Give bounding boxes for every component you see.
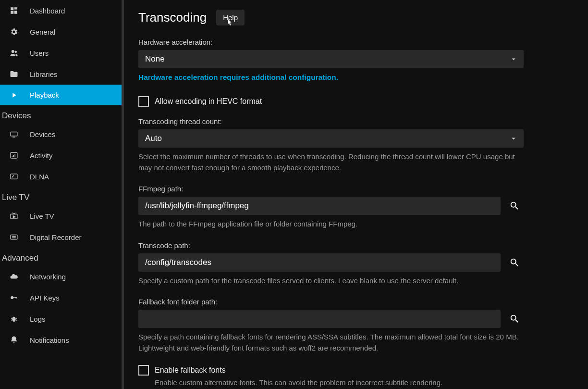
sidebar-header-livetv: Live TV xyxy=(0,187,124,205)
livetv-icon xyxy=(9,212,19,220)
sidebar: Dashboard General Users Libraries Playba… xyxy=(0,0,125,389)
page-header: Transcoding Help xyxy=(138,10,575,25)
activity-icon xyxy=(9,151,19,160)
fallback-font-browse-button[interactable] xyxy=(505,310,524,328)
sidebar-item-networking[interactable]: Networking xyxy=(0,266,124,287)
devices-icon xyxy=(9,130,19,138)
svg-line-21 xyxy=(11,320,12,320)
svg-rect-4 xyxy=(14,11,17,14)
sidebar-item-libraries[interactable]: Libraries xyxy=(0,63,124,85)
fallback-font-label: Fallback font folder path: xyxy=(138,298,524,306)
svg-rect-3 xyxy=(11,11,13,14)
svg-point-18 xyxy=(12,317,16,322)
hevc-checkbox[interactable] xyxy=(138,96,149,107)
hardware-accel-label: Hardware acceleration: xyxy=(138,38,524,46)
sidebar-item-general[interactable]: General xyxy=(0,21,124,42)
svg-rect-10 xyxy=(11,174,17,179)
hardware-accel-link[interactable]: Hardware acceleration requires additiona… xyxy=(138,73,524,82)
recorder-icon xyxy=(9,233,19,241)
sidebar-item-label: Users xyxy=(30,49,49,57)
sidebar-item-dashboard[interactable]: Dashboard xyxy=(0,0,124,21)
sidebar-item-notifications[interactable]: Notifications xyxy=(0,329,124,351)
help-button[interactable]: Help xyxy=(216,10,245,25)
thread-count-value: Auto xyxy=(145,134,162,143)
sidebar-item-label: DLNA xyxy=(30,173,49,181)
content-area: Transcoding Help Hardware acceleration: … xyxy=(125,0,588,389)
transcode-browse-button[interactable] xyxy=(505,253,524,272)
folder-icon xyxy=(9,70,19,78)
dashboard-icon xyxy=(9,6,19,15)
sidebar-header-advanced: Advanced xyxy=(0,248,124,266)
sidebar-item-label: Notifications xyxy=(30,336,69,344)
fallback-font-input[interactable] xyxy=(138,310,501,328)
hardware-accel-select[interactable]: None xyxy=(138,50,524,68)
svg-rect-2 xyxy=(14,10,17,11)
ffmpeg-path-field: FFmpeg path: The path to the FFmpeg appl… xyxy=(138,185,524,230)
ffmpeg-browse-button[interactable] xyxy=(505,197,524,215)
svg-line-20 xyxy=(16,318,17,319)
transcode-path-label: Transcode path: xyxy=(138,241,524,250)
sidebar-item-label: Activity xyxy=(30,151,53,160)
sidebar-item-livetv[interactable]: Live TV xyxy=(0,205,124,226)
transcode-path-input[interactable] xyxy=(138,253,501,272)
svg-point-5 xyxy=(12,50,14,53)
sidebar-item-activity[interactable]: Activity xyxy=(0,145,124,166)
enable-fallback-row: Enable fallback fonts xyxy=(138,365,575,376)
sidebar-item-label: General xyxy=(30,28,55,36)
dlna-icon xyxy=(9,172,19,181)
sidebar-item-label: Logs xyxy=(30,315,46,323)
ffmpeg-path-help: The path to the FFmpeg application file … xyxy=(138,219,524,230)
key-icon xyxy=(9,293,19,302)
sidebar-item-apikeys[interactable]: API Keys xyxy=(0,287,124,308)
sidebar-item-playback[interactable]: Playback xyxy=(0,85,124,105)
svg-point-15 xyxy=(11,296,13,299)
svg-rect-12 xyxy=(11,235,17,239)
svg-rect-1 xyxy=(14,7,17,9)
svg-line-22 xyxy=(16,320,17,320)
fallback-font-help: Specify a path containing fallback fonts… xyxy=(138,332,524,353)
thread-count-help: Select the maximum number of threads to … xyxy=(138,151,524,173)
play-icon xyxy=(9,91,19,99)
sidebar-item-label: Playback xyxy=(30,91,59,99)
sidebar-item-label: API Keys xyxy=(30,294,60,302)
thread-count-select[interactable]: Auto xyxy=(138,129,524,148)
gear-icon xyxy=(9,27,19,36)
thread-count-label: Transcoding thread count: xyxy=(138,117,524,125)
sidebar-item-label: Live TV xyxy=(30,212,54,220)
thread-count-field: Transcoding thread count: Auto Select th… xyxy=(138,117,524,173)
cloud-icon xyxy=(9,272,19,281)
search-icon xyxy=(509,201,520,211)
sidebar-item-users[interactable]: Users xyxy=(0,42,124,63)
sidebar-item-label: Libraries xyxy=(30,70,58,78)
sidebar-item-dlna[interactable]: DLNA xyxy=(0,166,124,187)
sidebar-header-devices: Devices xyxy=(0,105,124,124)
search-icon xyxy=(509,257,520,268)
help-button-label: Help xyxy=(223,13,238,22)
sidebar-item-label: Devices xyxy=(30,130,55,138)
hardware-accel-value: None xyxy=(145,54,165,63)
enable-fallback-checkbox[interactable] xyxy=(138,365,149,376)
svg-rect-0 xyxy=(11,7,13,10)
enable-fallback-help: Enable custom alternative fonts. This ca… xyxy=(155,378,575,387)
svg-rect-17 xyxy=(16,297,17,299)
svg-rect-16 xyxy=(13,297,17,298)
ffmpeg-path-label: FFmpeg path: xyxy=(138,185,524,193)
fallback-font-field: Fallback font folder path: Specify a pat… xyxy=(138,298,524,353)
transcode-path-field: Transcode path: Specify a custom path fo… xyxy=(138,241,524,287)
sidebar-item-label: Digital Recorder xyxy=(30,233,82,241)
sidebar-item-devices[interactable]: Devices xyxy=(0,124,124,145)
sidebar-item-label: Dashboard xyxy=(30,7,65,15)
page-title: Transcoding xyxy=(138,10,207,25)
sidebar-item-label: Networking xyxy=(30,273,66,281)
bug-icon xyxy=(9,314,19,323)
enable-fallback-label: Enable fallback fonts xyxy=(155,366,226,375)
users-icon xyxy=(9,49,19,57)
scrollbar[interactable] xyxy=(122,0,124,389)
svg-rect-7 xyxy=(11,132,17,136)
ffmpeg-path-input[interactable] xyxy=(138,197,501,215)
hevc-checkbox-row: Allow encoding in HEVC format xyxy=(138,96,575,107)
sidebar-item-logs[interactable]: Logs xyxy=(0,308,124,329)
sidebar-item-recorder[interactable]: Digital Recorder xyxy=(0,226,124,248)
svg-point-6 xyxy=(15,51,17,53)
transcode-path-help: Specify a custom path for the transcode … xyxy=(138,276,524,287)
